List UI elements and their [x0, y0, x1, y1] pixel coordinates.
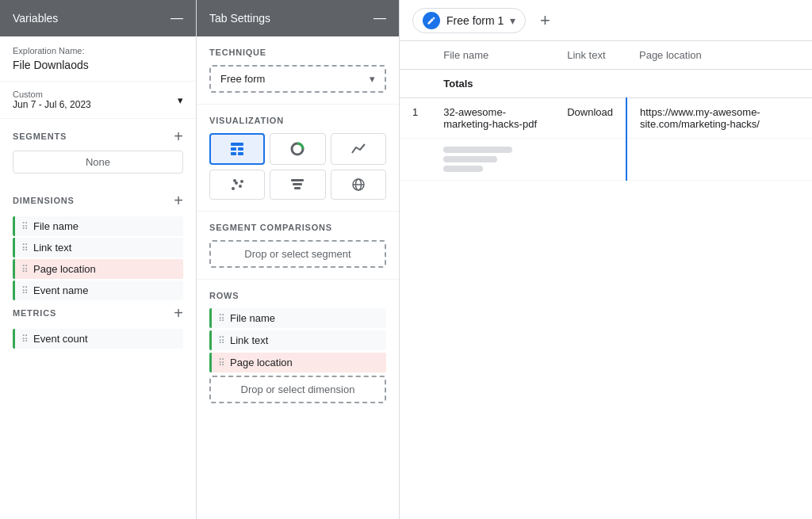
visualization-grid: [209, 133, 386, 200]
metrics-list: ⠿ Event count: [0, 327, 196, 350]
table-header-row: File name Link text Page location: [400, 41, 812, 70]
metric-item-event-count[interactable]: ⠿ Event count: [13, 329, 183, 349]
table-icon: [229, 141, 245, 157]
dimension-item-event-name[interactable]: ⠿ Event name: [13, 280, 183, 300]
rows-title: ROWS: [209, 291, 386, 300]
exploration-name-label: Exploration Name:: [13, 46, 183, 55]
variables-panel: Variables — Exploration Name: File Downl…: [0, 0, 197, 519]
totals-label: Totals: [431, 70, 812, 98]
tabs-bar: Free form 1 ▾ +: [400, 0, 812, 41]
cell-page-location-blurred: [626, 139, 812, 181]
add-metric-button[interactable]: +: [174, 305, 183, 321]
add-segment-button[interactable]: +: [174, 128, 183, 144]
dimension-label: Link text: [33, 242, 71, 254]
dimension-label: File name: [33, 220, 79, 232]
drag-icon: ⠿: [218, 313, 225, 324]
variables-minimize[interactable]: —: [170, 11, 183, 25]
cell-link-text-blurred: [554, 139, 626, 181]
dimension-item-file-name[interactable]: ⠿ File name: [13, 216, 183, 236]
date-range-section[interactable]: Custom Jun 7 - Jul 6, 2023 ▾: [0, 82, 196, 119]
metrics-header: METRICS +: [0, 302, 196, 327]
row-item-page-location[interactable]: ⠿ Page location: [209, 353, 386, 372]
dimension-item-link-text[interactable]: ⠿ Link text: [13, 238, 183, 258]
viz-donut-button[interactable]: [270, 133, 325, 165]
row-number: [400, 139, 431, 181]
drop-dimension-label: Drop or select dimension: [241, 384, 355, 395]
technique-dropdown[interactable]: Free form ▾: [209, 65, 386, 93]
metrics-title: METRICS: [13, 308, 56, 318]
svg-point-11: [240, 180, 243, 183]
svg-point-7: [232, 187, 235, 190]
drag-icon: ⠿: [218, 335, 225, 346]
segment-drop-area[interactable]: Drop or select segment: [209, 240, 386, 268]
row-item-file-name[interactable]: ⠿ File name: [209, 308, 386, 328]
col-link-text: Link text: [554, 41, 626, 70]
blur-line: [443, 147, 512, 153]
viz-funnel-button[interactable]: [270, 170, 325, 200]
svg-rect-13: [293, 183, 302, 185]
totals-num: [400, 70, 431, 98]
row-label: Page location: [230, 357, 293, 368]
cell-page-location: https://www.my-awesome-site.com/marketin…: [626, 98, 812, 139]
metric-label: Event count: [33, 333, 88, 345]
scatter-icon: [229, 177, 245, 193]
map-icon: [350, 177, 366, 193]
data-table-container[interactable]: File name Link text Page location Totals…: [400, 41, 812, 519]
rows-section: ROWS ⠿ File name ⠿ Link text ⠿ Page loca…: [197, 280, 399, 414]
row-item-link-text[interactable]: ⠿ Link text: [209, 330, 386, 350]
svg-rect-14: [294, 187, 301, 189]
donut-icon: [289, 141, 305, 157]
col-row-num: [400, 41, 431, 70]
add-dimension-button[interactable]: +: [174, 193, 183, 208]
svg-point-6: [295, 147, 300, 151]
variables-header: Variables —: [0, 0, 196, 36]
drag-icon: ⠿: [21, 242, 29, 254]
date-range-value: Jun 7 - Jul 6, 2023: [13, 99, 91, 110]
dimension-label: Event name: [33, 284, 88, 296]
tab-settings-title: Tab Settings: [209, 12, 270, 25]
segment-none[interactable]: None: [13, 151, 183, 174]
viz-line-button[interactable]: [331, 133, 386, 165]
viz-scatter-button[interactable]: [209, 170, 265, 200]
table-row: 1 32-awesome-marketing-hacks-pdf Downloa…: [400, 98, 812, 139]
exploration-name-section: Exploration Name: File Downlaods: [0, 36, 196, 82]
row-label: File name: [230, 312, 275, 324]
tab-settings-header: Tab Settings —: [197, 0, 399, 36]
cell-file-name: 32-awesome-marketing-hacks-pdf: [431, 98, 554, 139]
variables-title: Variables: [13, 12, 58, 25]
viz-map-button[interactable]: [331, 170, 386, 200]
tab-settings-minimize[interactable]: —: [373, 11, 386, 25]
tab-edit-icon: [423, 12, 440, 29]
date-range-label: Custom: [13, 90, 91, 99]
row-label: Link text: [230, 334, 268, 346]
segment-comparisons-title: SEGMENT COMPARISONS: [209, 223, 386, 232]
tab-free-form-1[interactable]: Free form 1 ▾: [412, 8, 526, 33]
visualization-title: VISUALIZATION: [209, 116, 386, 125]
tab-name: Free form 1: [446, 14, 504, 27]
viz-table-button[interactable]: [209, 133, 265, 165]
technique-value: Free form: [220, 73, 265, 85]
col-page-location: Page location: [626, 41, 812, 70]
dimension-item-page-location[interactable]: ⠿ Page location: [13, 259, 183, 279]
drop-dimension-area[interactable]: Drop or select dimension: [209, 376, 386, 403]
segments-title: SEGMENTS: [13, 132, 67, 141]
technique-chevron-icon: ▾: [370, 73, 375, 85]
segments-header: SEGMENTS +: [0, 119, 196, 151]
line-icon: [350, 141, 366, 157]
data-table: File name Link text Page location Totals…: [400, 41, 812, 181]
cell-link-text: Download: [554, 98, 626, 139]
exploration-name-value: File Downlaods: [13, 59, 183, 71]
drag-icon: ⠿: [21, 221, 29, 232]
add-tab-button[interactable]: +: [532, 8, 557, 33]
drag-icon: ⠿: [21, 264, 29, 275]
main-content: Free form 1 ▾ + File name Link text Page…: [400, 0, 812, 519]
svg-point-10: [233, 179, 236, 182]
dimensions-title: DIMENSIONS: [13, 196, 75, 205]
svg-point-9: [239, 185, 242, 188]
dimensions-header: DIMENSIONS +: [0, 183, 196, 215]
drag-icon: ⠿: [218, 357, 225, 368]
svg-rect-4: [238, 152, 243, 155]
svg-rect-0: [231, 143, 243, 146]
dimensions-list: ⠿ File name ⠿ Link text ⠿ Page location …: [0, 215, 196, 302]
blur-line: [443, 156, 497, 162]
